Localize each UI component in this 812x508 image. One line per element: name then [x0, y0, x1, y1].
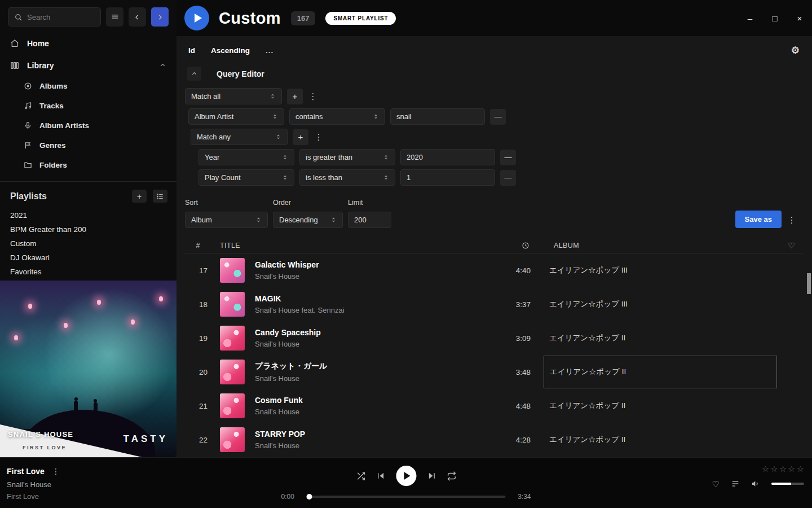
collapse-chevron-icon[interactable] — [159, 62, 166, 69]
track-album[interactable]: エイリアン☆ポップ II — [544, 423, 777, 456]
previous-track-button[interactable] — [376, 471, 385, 480]
playlist-item[interactable]: Favorites — [0, 265, 176, 279]
seek-bar[interactable] — [307, 496, 506, 498]
minimize-button[interactable]: – — [738, 0, 762, 36]
save-options-button[interactable]: ⋮ — [787, 212, 797, 228]
now-playing-title[interactable]: First Love — [7, 467, 45, 476]
rule-operator-select[interactable]: contains — [289, 108, 385, 125]
root-match-select[interactable]: Match all — [185, 88, 282, 104]
star-icon[interactable]: ☆ — [770, 465, 778, 473]
sidebar-item-folders[interactable]: Folders — [0, 155, 176, 175]
close-button[interactable]: × — [787, 0, 812, 36]
column-header-favorite[interactable]: ♡ — [779, 241, 804, 250]
seek-handle[interactable] — [307, 494, 312, 500]
sidebar-item-albums[interactable]: Albums — [0, 76, 176, 96]
maximize-button[interactable]: □ — [762, 0, 787, 36]
queue-button[interactable] — [731, 479, 740, 488]
sort-direction-button[interactable]: Ascending — [211, 46, 250, 55]
rule-field-select[interactable]: Play Count — [198, 169, 294, 186]
rule-value-input[interactable] — [407, 153, 489, 161]
group-options-button[interactable]: ⋮ — [314, 129, 324, 145]
column-header-duration[interactable] — [497, 242, 531, 249]
next-track-button[interactable] — [427, 471, 436, 480]
sidebar-item-library[interactable]: Library — [0, 54, 176, 76]
rule-field-select[interactable]: Year — [198, 149, 294, 165]
playlist-item[interactable]: BPM Greater than 200 — [0, 222, 176, 237]
sidebar-item-home[interactable]: Home — [0, 32, 176, 54]
playlist-item[interactable]: Custom — [0, 237, 176, 251]
lantern-glow — [14, 335, 18, 340]
star-icon[interactable]: ☆ — [762, 465, 769, 473]
sidebar-item-label: Library — [27, 61, 54, 70]
search-input[interactable] — [8, 7, 101, 27]
rule-value-input[interactable] — [407, 173, 489, 182]
repeat-button[interactable] — [447, 471, 456, 481]
column-header-title[interactable]: TITLE — [211, 242, 497, 249]
table-row[interactable]: 21 Cosmo Funk Snail's House 4:48 エイリアン☆ポ… — [185, 389, 804, 423]
limit-input[interactable] — [354, 216, 385, 224]
table-row[interactable]: 20 プラネット・ガール Snail's House 3:48 エイリアン☆ポッ… — [185, 355, 804, 389]
query-rule-row: Year is greater than — — [198, 149, 812, 165]
search-field[interactable] — [27, 13, 95, 21]
track-album[interactable]: エイリアン☆ポップ II — [544, 322, 777, 354]
star-icon[interactable]: ☆ — [797, 465, 804, 473]
save-as-button[interactable]: Save as — [735, 211, 782, 228]
menu-button[interactable] — [106, 7, 123, 27]
column-header-number[interactable]: # — [185, 242, 211, 249]
group-options-button[interactable]: ⋮ — [308, 89, 318, 104]
add-rule-button[interactable]: + — [293, 129, 308, 145]
shuffle-icon — [356, 471, 365, 481]
now-playing-album[interactable]: First Love — [7, 492, 60, 501]
rule-value-input[interactable] — [396, 112, 479, 121]
rule-operator-select[interactable]: is less than — [299, 169, 395, 186]
star-icon[interactable]: ☆ — [779, 465, 787, 473]
order-label: Order — [273, 199, 343, 207]
track-album[interactable]: エイリアン☆ポップ III — [544, 254, 777, 287]
nav-forward-button[interactable] — [151, 7, 169, 27]
gear-icon[interactable]: ⚙ — [791, 46, 800, 55]
star-icon[interactable]: ☆ — [788, 465, 795, 473]
add-rule-button[interactable]: + — [287, 89, 303, 104]
sidebar-item-album-artists[interactable]: Album Artists — [0, 116, 176, 135]
playlist-list-options-button[interactable] — [153, 190, 167, 203]
nav-back-button[interactable] — [129, 7, 146, 27]
remove-rule-button[interactable]: — — [500, 170, 516, 186]
now-playing-info: First Love ⋮ Snail's House First Love — [7, 467, 60, 501]
chevron-right-icon — [156, 13, 164, 21]
play-playlist-button[interactable] — [184, 6, 209, 30]
table-row[interactable]: 19 Candy Spaceship Snail's House 3:09 エイ… — [185, 321, 804, 355]
playlist-item[interactable]: DJ Okawari — [0, 251, 176, 265]
scrollbar-thumb[interactable] — [807, 273, 811, 294]
table-row[interactable]: 18 MAGIK Snail's House feat. Sennzai 3:3… — [185, 287, 804, 321]
track-album-focused[interactable]: エイリアン☆ポップ II — [544, 356, 777, 388]
favorite-button[interactable]: ♡ — [712, 480, 720, 488]
volume-button[interactable] — [751, 479, 760, 488]
more-options-button[interactable]: ... — [266, 46, 273, 55]
collapse-query-editor-button[interactable] — [187, 67, 201, 81]
sidebar-item-tracks[interactable]: Tracks — [0, 96, 176, 116]
add-playlist-button[interactable]: + — [132, 190, 147, 203]
track-album[interactable]: エイリアン☆ポップ II — [544, 389, 777, 422]
album-art-thumbnail — [220, 258, 245, 283]
volume-slider[interactable] — [771, 483, 804, 485]
play-pause-button[interactable] — [396, 466, 416, 486]
sort-field-button[interactable]: Id — [188, 46, 195, 55]
elapsed-time: 0:00 — [281, 493, 299, 501]
column-header-album[interactable]: ALBUM — [531, 242, 779, 249]
table-row[interactable]: 22 STARRY POP Snail's House 4:28 エイリアン☆ポ… — [185, 423, 804, 457]
playlist-item[interactable]: 2021 — [0, 208, 176, 222]
nested-match-select[interactable]: Match any — [191, 129, 288, 145]
table-row[interactable]: 17 Galactic Whisper Snail's House 4:40 エ… — [185, 253, 804, 287]
now-playing-artist[interactable]: Snail's House — [7, 480, 60, 489]
now-playing-options-button[interactable]: ⋮ — [52, 467, 60, 476]
sort-select[interactable]: Album — [185, 212, 268, 228]
order-select[interactable]: Descending — [273, 212, 343, 228]
rule-field-select[interactable]: Album Artist — [188, 108, 284, 125]
track-album[interactable]: エイリアン☆ポップ III — [544, 288, 777, 321]
remove-rule-button[interactable]: — — [490, 109, 506, 125]
shuffle-button[interactable] — [356, 471, 365, 481]
sidebar-item-genres[interactable]: Genres — [0, 135, 176, 155]
rule-operator-select[interactable]: is greater than — [299, 149, 395, 165]
play-icon — [404, 472, 410, 480]
remove-rule-button[interactable]: — — [500, 150, 516, 165]
